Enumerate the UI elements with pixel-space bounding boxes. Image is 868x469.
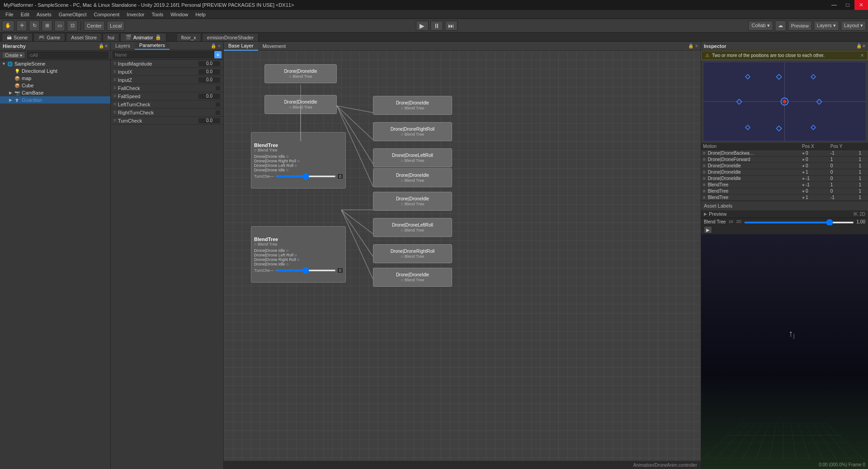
anim-node-n10[interactable]: Drone|DroneIdle ○ Blend Tree [373,268,452,287]
param-value-fallspeed[interactable] [198,93,221,99]
scale-tool-button[interactable]: ⊞ [42,20,52,31]
tab-animator[interactable]: 🎬 Animator 🔒 [120,33,166,41]
preview-3d-viewport[interactable]: ↑ | 0:00 (000.0%) Frame 0 [701,234,868,469]
inspector-lock-icon[interactable]: 🔒 [856,43,862,48]
param-checkbox-rightturncheck[interactable] [215,110,221,115]
hierarchy-item-cube[interactable]: 📦 Cube [0,82,110,89]
param-name-inputx: InputX [118,69,198,75]
warning-close-button[interactable]: ✕ [860,53,864,58]
graph-lock-icon[interactable]: 🔒 [688,43,693,48]
hierarchy-item-directional-light[interactable]: 💡 Directional Light [0,67,110,75]
collab-button[interactable]: Collab ▾ [748,21,773,31]
menu-help[interactable]: Help [192,10,209,19]
hierarchy-menu-icon[interactable]: ≡ [105,43,108,48]
anim-node-1[interactable]: Drone|DroneIdle ○ Blend Tree [264,64,337,83]
pause-button[interactable]: ⏸ [430,21,443,31]
menu-assets[interactable]: Assets [33,10,55,19]
play-button[interactable]: ▶ [416,21,429,31]
graph-menu-icon[interactable]: ≡ [695,43,698,48]
hand-tool-button[interactable]: ✋ [2,20,14,31]
hierarchy-item-map[interactable]: 📦 map [0,75,110,82]
params-search-input[interactable] [113,51,214,58]
window-controls: — □ ✕ [827,0,868,10]
tab-parameters[interactable]: Parameters [135,42,170,50]
layers-dropdown[interactable]: Layers ▾ [814,21,839,31]
anim-node-n6[interactable]: Drone|DroneIdle ○ Blend Tree [373,168,452,187]
tab-floor-x[interactable]: floor_x [176,33,201,41]
cam-arrow: ▶ [9,90,14,95]
anim-node-2[interactable]: Drone|DroneIdle ○ Blend Tree [264,95,337,114]
bt1-slider[interactable] [276,175,336,177]
animator-graph[interactable]: Base Layer Movement 🔒 ≡ [224,42,701,469]
anim-node-n3[interactable]: Drone|DroneIdle ○ Blend Tree [373,96,452,115]
tab-assetstore[interactable]: Asset Store [66,33,102,41]
graph-tab-baselayer[interactable]: Base Layer [224,42,258,51]
hierarchy-item-samplescene[interactable]: ▼ 🌐 SampleScene [0,60,110,67]
menu-invector[interactable]: Invector [123,10,148,19]
move-tool-button[interactable]: ✛ [16,20,27,31]
bt2-slider[interactable] [276,270,336,271]
param-value-inputz[interactable] [198,77,221,83]
menu-window[interactable]: Window [167,10,192,19]
hierarchy-search-input[interactable] [27,52,108,59]
transform-tool-button[interactable]: ⊡ [67,20,78,31]
menu-file[interactable]: File [2,10,17,19]
center-pivot-toggle[interactable]: Center [84,21,105,31]
tab-hui[interactable]: hui [103,33,119,41]
param-eq-1: = [113,61,116,66]
n10-label: Drone|DroneIdle [396,272,429,277]
params-menu-icon[interactable]: ≡ [218,43,221,48]
menu-edit[interactable]: Edit [17,10,33,19]
row6-name: BlendTree [708,182,729,187]
cloud-button[interactable]: ☁ [775,20,786,31]
row3-name: Drone|DroneIdle [708,163,741,168]
param-checkbox-fallcheck[interactable] [215,85,221,91]
anim-node-n7[interactable]: Drone|DroneIdle ○ Blend Tree [373,192,452,211]
anim-node-n4[interactable]: Drone|DroneRightRoll ○ Blend Tree [373,122,452,141]
blend-space-svg [703,62,866,141]
param-value-inputmagnitude[interactable] [198,61,221,67]
param-value-inputx[interactable] [198,69,221,75]
maximize-button[interactable]: □ [841,0,854,10]
menu-gameobject[interactable]: GameObject [55,10,90,19]
anim-node-n8[interactable]: Drone|DroneLeftRoll ○ Blend Tree [373,218,452,237]
preview-time-display: 0:00 (000.0%) Frame 0 [819,462,865,467]
tab-scene[interactable]: 🏔 Scene [2,33,33,41]
account-dropdown[interactable]: Preview [788,21,812,31]
tab-emission-shader[interactable]: emisionDroneShader [202,33,259,41]
menu-component[interactable]: Component [90,10,123,19]
inspector-header: Inspector 🔒 ≡ [701,42,868,51]
minimize-button[interactable]: — [827,0,841,10]
params-lock-icon[interactable]: 🔒 [211,43,216,48]
hierarchy-create-button[interactable]: Create ▾ [2,52,25,59]
anim-node-n5[interactable]: Drone|DroneLeftRoll ○ Blend Tree [373,148,452,167]
graph-tab-movement[interactable]: Movement [258,42,290,51]
bt1-sublabel: ○ Blend Tree [254,148,277,152]
step-button[interactable]: ⏭ [445,21,458,31]
param-checkbox-leftturncheck[interactable] [215,102,221,107]
preview-play-button[interactable]: ▶ [704,226,712,233]
close-button[interactable]: ✕ [854,0,868,10]
hierarchy-item-guardian[interactable]: ▶ 🗡 Guardian [0,96,110,104]
hierarchy-item-cambase[interactable]: ▶ 📷 CamBase [0,89,110,96]
collab-label: Collab ▾ [751,23,769,28]
anim-node-bt2[interactable]: BlendTree ○ Blend Tree Drone|Drone Idle … [251,226,346,283]
local-global-toggle[interactable]: Local [107,21,125,31]
param-name-inputz: InputZ [118,77,198,83]
preview-speed-slider[interactable] [744,222,854,223]
tab-game[interactable]: 🎮 Game [33,33,65,41]
rect-tool-button[interactable]: ▭ [54,20,65,31]
preview-expand-arrow[interactable]: ▶ [704,212,707,216]
hierarchy-lock-icon[interactable]: 🔒 [99,43,104,48]
rotate-tool-button[interactable]: ↻ [29,20,40,31]
hierarchy-title: Hierarchy [3,43,26,49]
param-value-turncheck[interactable] [198,118,221,124]
layout-dropdown[interactable]: Layout ▾ [841,21,866,31]
menu-tools[interactable]: Tools [148,10,167,19]
add-param-button[interactable]: + [214,51,222,58]
row8-icon: ≡ [703,195,706,200]
anim-node-bt1[interactable]: BlendTree ○ Blend Tree Drone|Drone Idle … [251,132,346,189]
inspector-menu-icon[interactable]: ≡ [863,43,865,48]
tab-layers[interactable]: Layers [111,42,135,50]
anim-node-n9[interactable]: Drone|DroneRightRoll ○ Blend Tree [373,244,452,263]
